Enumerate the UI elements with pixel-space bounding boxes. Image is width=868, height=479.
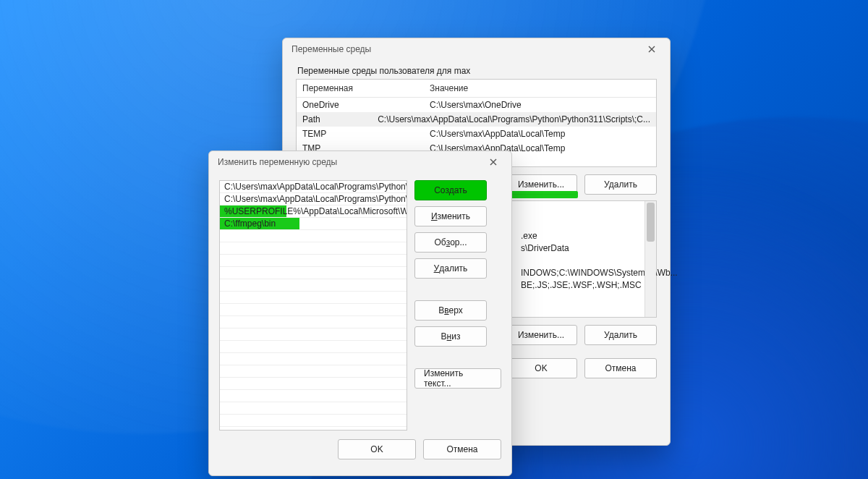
edit-text-button[interactable]: Изменить текст... <box>414 368 501 389</box>
table-row[interactable]: Path C:\Users\max\AppData\Local\Programs… <box>297 112 656 127</box>
edit-button[interactable]: Изменить... <box>505 174 577 195</box>
col-variable: Переменная <box>297 80 424 97</box>
user-vars-label: Переменные среды пользователя для max <box>297 66 657 76</box>
browse-button[interactable]: Обзор... <box>414 232 487 253</box>
delete-button[interactable]: Удалить <box>584 174 657 195</box>
sys-fragment: INDOWS;C:\WINDOWS\System32\Wb... <box>521 267 656 279</box>
list-item[interactable]: C:\Users\max\AppData\Local\Programs\Pyth… <box>220 193 407 205</box>
delete-button[interactable]: Удалить <box>584 325 657 345</box>
scrollbar-thumb[interactable] <box>647 203 655 242</box>
move-up-button[interactable]: Вверх <box>414 300 487 321</box>
edit-path-dialog: Изменить переменную среды C:\Users\max\A… <box>208 151 512 476</box>
titlebar[interactable]: Изменить переменную среды <box>209 151 511 173</box>
scrollbar[interactable] <box>644 201 656 317</box>
sys-fragment: .exe <box>521 230 656 242</box>
col-value: Значение <box>424 80 474 97</box>
list-item[interactable]: C:\Users\max\AppData\Local\Programs\Pyth… <box>220 181 407 193</box>
cancel-button[interactable]: Отмена <box>423 439 501 459</box>
ok-button[interactable]: OK <box>338 439 416 459</box>
titlebar[interactable]: Переменные среды <box>283 38 670 60</box>
list-item[interactable]: C:\ffmpeg\bin <box>220 218 407 230</box>
close-icon[interactable] <box>480 153 507 171</box>
window-title: Переменные среды <box>292 44 371 54</box>
table-row[interactable]: TEMP C:\Users\max\AppData\Local\Temp <box>297 127 656 141</box>
ok-button[interactable]: OK <box>505 358 577 378</box>
edit-button[interactable]: Изменить <box>414 206 487 226</box>
table-row[interactable]: OneDrive C:\Users\max\OneDrive <box>297 98 656 112</box>
side-buttons: Создать Изменить Обзор... Удалить Вверх … <box>414 180 501 431</box>
highlight-marker <box>504 191 578 198</box>
sys-fragment: BE;.JS;.JSE;.WSF;.WSH;.MSC <box>521 279 656 292</box>
path-list[interactable]: C:\Users\max\AppData\Local\Programs\Pyth… <box>219 180 407 431</box>
cancel-button[interactable]: Отмена <box>584 358 657 378</box>
move-down-button[interactable]: Вниз <box>414 326 487 347</box>
create-button[interactable]: Создать <box>414 180 487 200</box>
window-title: Изменить переменную среды <box>218 157 337 167</box>
edit-button[interactable]: Изменить... <box>505 325 577 345</box>
close-icon[interactable] <box>638 41 665 58</box>
sys-fragment: s\DriverData <box>521 242 656 255</box>
list-item[interactable]: %USERPROFILE%\AppData\Local\Microsoft\Wi… <box>220 205 407 218</box>
dialog-footer: OK Отмена <box>209 431 511 470</box>
delete-button[interactable]: Удалить <box>414 258 487 279</box>
